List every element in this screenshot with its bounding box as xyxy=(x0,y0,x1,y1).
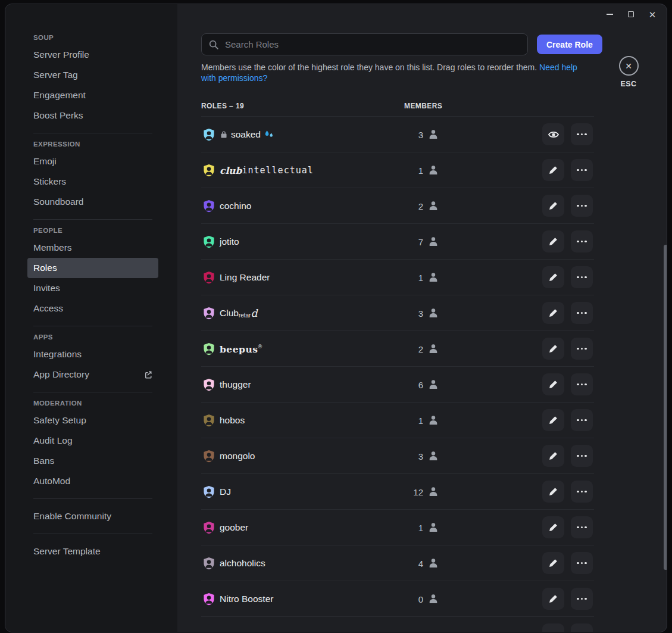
role-row[interactable]: cochino 2 xyxy=(201,188,594,224)
role-row[interactable]: thugger 6 xyxy=(201,367,594,403)
more-options-button[interactable] xyxy=(571,409,593,431)
more-options-button[interactable] xyxy=(571,481,593,503)
pencil-icon xyxy=(548,201,558,211)
more-options-button[interactable] xyxy=(571,266,593,288)
member-count: 0 xyxy=(418,594,423,604)
sidebar-item-server-profile[interactable]: Server Profile xyxy=(27,45,158,65)
ellipsis-icon xyxy=(577,241,587,243)
role-row[interactable]: goober 1 xyxy=(201,510,594,545)
sidebar-item-safety-setup[interactable]: Safety Setup xyxy=(27,410,158,431)
sidebar-item-enable-community[interactable]: Enable Community xyxy=(27,506,158,526)
more-options-button[interactable] xyxy=(571,445,593,467)
sidebar-item-integrations[interactable]: Integrations xyxy=(27,344,158,364)
members-header: MEMBERS xyxy=(404,102,442,110)
ellipsis-icon xyxy=(577,205,587,207)
sidebar-item-app-directory[interactable]: App Directory xyxy=(27,364,158,385)
role-row[interactable] xyxy=(201,617,594,632)
edit-role-button[interactable] xyxy=(542,338,564,360)
minimize-button[interactable] xyxy=(599,5,620,23)
create-role-button[interactable]: Create Role xyxy=(537,35,602,54)
pencil-icon xyxy=(548,379,558,389)
more-options-button[interactable] xyxy=(571,159,593,181)
role-row[interactable]: Club retard 3 xyxy=(201,295,594,331)
more-options-button[interactable] xyxy=(571,338,593,360)
app-window: ✕ SOUP Server Profile Server Tag Engagem… xyxy=(5,4,667,632)
role-row[interactable]: club intellectual 1 xyxy=(201,152,594,188)
role-row[interactable]: Nitro Booster 0 xyxy=(201,581,594,617)
more-options-button[interactable] xyxy=(571,302,593,324)
maximize-icon xyxy=(628,11,634,17)
more-options-button[interactable] xyxy=(571,123,593,145)
role-row[interactable]: soaked 3 xyxy=(201,117,594,152)
person-icon xyxy=(427,307,439,319)
sidebar-item-access[interactable]: Access xyxy=(27,298,158,319)
sidebar-item-bans[interactable]: Bans xyxy=(27,451,158,471)
edit-role-button[interactable] xyxy=(542,516,564,538)
view-role-button[interactable] xyxy=(542,123,564,145)
more-options-button[interactable] xyxy=(571,195,593,217)
pencil-icon xyxy=(548,236,558,247)
more-options-button[interactable] xyxy=(571,373,593,395)
edit-role-button[interactable] xyxy=(542,409,564,431)
esc-label: ESC xyxy=(620,80,636,88)
sidebar-item-automod[interactable]: AutoMod xyxy=(27,471,158,491)
role-row[interactable]: mongolo 3 xyxy=(201,438,594,474)
sidebar-item-soundboard[interactable]: Soundboard xyxy=(27,192,158,212)
sidebar-item-invites[interactable]: Invites xyxy=(27,278,158,298)
pencil-icon xyxy=(548,558,558,568)
ellipsis-icon xyxy=(577,419,587,422)
ellipsis-icon xyxy=(577,562,587,565)
edit-role-button[interactable] xyxy=(542,552,564,574)
edit-role-button[interactable] xyxy=(542,588,564,610)
sidebar-item-boost-perks[interactable]: Boost Perks xyxy=(27,105,158,126)
sidebar-item-audit-log[interactable]: Audit Log xyxy=(27,431,158,451)
search-roles-input[interactable] xyxy=(224,39,521,50)
window-controls: ✕ xyxy=(599,5,663,23)
edit-role-button[interactable] xyxy=(542,445,564,467)
more-options-button[interactable] xyxy=(571,588,593,610)
sidebar-item-server-tag[interactable]: Server Tag xyxy=(27,65,158,85)
divider xyxy=(33,534,152,534)
ellipsis-icon xyxy=(577,169,587,171)
more-options-button[interactable] xyxy=(571,623,593,632)
role-row[interactable]: hobos 1 xyxy=(201,403,594,438)
edit-role-button[interactable] xyxy=(542,481,564,503)
sidebar-item-emoji[interactable]: Emoji xyxy=(27,151,158,171)
edit-role-button[interactable] xyxy=(542,373,564,395)
divider xyxy=(33,219,152,220)
more-options-button[interactable] xyxy=(571,552,593,574)
sidebar-item-roles[interactable]: Roles xyxy=(27,258,158,278)
role-row[interactable]: alchoholics 4 xyxy=(201,545,594,581)
role-row[interactable]: beepus® 2 xyxy=(201,331,594,367)
esc-circle[interactable]: ✕ xyxy=(619,56,639,76)
roles-count-header: ROLES – 19 xyxy=(201,102,244,110)
maximize-button[interactable] xyxy=(620,5,642,23)
sidebar-item-engagement[interactable]: Engagement xyxy=(27,85,158,105)
edit-role-button[interactable] xyxy=(542,159,564,181)
pencil-icon xyxy=(548,344,558,354)
role-row[interactable]: jotito 7 xyxy=(201,224,594,260)
edit-role-button[interactable] xyxy=(542,623,564,632)
scrollbar-thumb[interactable] xyxy=(664,245,667,570)
sidebar-item-members[interactable]: Members xyxy=(27,238,158,258)
member-count: 6 xyxy=(418,380,423,390)
person-icon xyxy=(427,272,439,283)
edit-role-button[interactable] xyxy=(542,302,564,324)
role-row[interactable]: Ling Reader 1 xyxy=(201,260,594,295)
edit-role-button[interactable] xyxy=(542,195,564,217)
sidebar-item-server-template[interactable]: Server Template xyxy=(27,541,158,562)
sidebar-header-moderation: MODERATION xyxy=(27,400,177,407)
edit-role-button[interactable] xyxy=(542,266,564,288)
sidebar-item-stickers[interactable]: Stickers xyxy=(27,171,158,192)
ellipsis-icon xyxy=(577,312,587,314)
member-count: 2 xyxy=(418,344,423,354)
more-options-button[interactable] xyxy=(571,230,593,252)
more-options-button[interactable] xyxy=(571,516,593,538)
close-button[interactable]: ✕ xyxy=(642,5,663,23)
pencil-icon xyxy=(548,308,558,318)
role-row[interactable]: DJ 12 xyxy=(201,474,594,510)
person-icon xyxy=(427,343,439,355)
esc-close-button[interactable]: ✕ ESC xyxy=(618,56,639,88)
edit-role-button[interactable] xyxy=(542,230,564,252)
divider xyxy=(33,326,152,326)
